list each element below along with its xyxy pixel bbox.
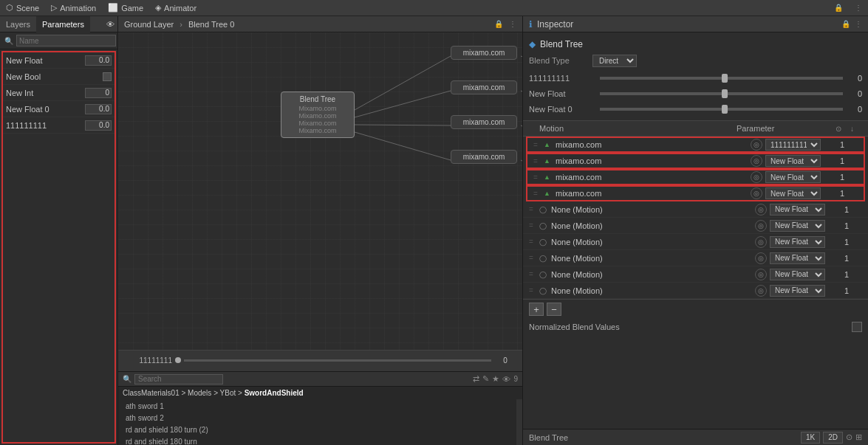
- inspector-header: ℹ Inspector 🔒 ⋮: [523, 16, 868, 32]
- svg-line-0: [355, 56, 451, 110]
- breadcrumb-blend-tree[interactable]: Blend Tree 0: [188, 20, 234, 29]
- mixamo-label-3: mixamo.com: [456, 153, 512, 161]
- breadcrumb-ground-layer[interactable]: Ground Layer: [124, 20, 174, 29]
- bottom-search-input[interactable]: [134, 374, 223, 384]
- param-item-2[interactable]: New Int: [3, 85, 115, 101]
- add-motion-button[interactable]: +: [529, 303, 544, 316]
- bottom-icon-1[interactable]: ⇄: [473, 374, 479, 384]
- inspector-lock-icon: 🔒: [841, 20, 850, 28]
- inspector-more-icon[interactable]: ⋮: [855, 20, 862, 28]
- bottom-scrollbar[interactable]: [516, 399, 522, 445]
- param-dropdown-3[interactable]: New Float: [765, 187, 821, 199]
- motion-row-1[interactable]: = ▲ mixamo.com ◎ New Float 1: [526, 153, 865, 169]
- bottom-icon-3[interactable]: ★: [492, 374, 499, 384]
- bottom-icon-2[interactable]: ✎: [482, 374, 489, 384]
- param-search-input[interactable]: [16, 35, 116, 46]
- more-icon[interactable]: ⋮: [855, 4, 862, 12]
- motion-row-8[interactable]: = ◯ None (Motion) ◎ New Float 1: [523, 266, 868, 283]
- motion-target-2[interactable]: ◎: [751, 171, 762, 183]
- remove-motion-button[interactable]: −: [547, 303, 561, 316]
- param-item-4[interactable]: 111111111: [3, 117, 115, 134]
- motion-row-0[interactable]: = ▲ mixamo.com ◎ 111111111 1: [526, 137, 865, 153]
- drag-handle-0: =: [533, 141, 541, 149]
- motion-target-0[interactable]: ◎: [751, 139, 762, 151]
- insp-bottom-icon-2[interactable]: ⊞: [855, 432, 862, 442]
- motion-target-4[interactable]: ◎: [755, 204, 767, 215]
- animation-tab[interactable]: ▷ Animation: [51, 3, 96, 13]
- motion-row-5[interactable]: = ◯ None (Motion) ◎ New Float 1: [523, 218, 868, 234]
- canvas-slider-label-0: 11111111: [124, 356, 172, 365]
- param-dropdown-1[interactable]: New Float: [765, 155, 821, 167]
- scene-tab[interactable]: ⬡ Scene: [6, 3, 39, 13]
- blend-type-row: Blend Type Direct: [523, 53, 868, 68]
- insp-slider-track-0[interactable]: [600, 77, 843, 80]
- motion-target-5[interactable]: ◎: [755, 220, 767, 232]
- param-col-header: Parameter: [737, 124, 833, 133]
- motion-target-3[interactable]: ◎: [751, 187, 762, 199]
- motion-row-3[interactable]: = ▲ mixamo.com ◎ New Float 1: [526, 185, 865, 201]
- param-dropdown-0[interactable]: 111111111: [765, 139, 821, 151]
- motion-target-7[interactable]: ◎: [755, 252, 767, 264]
- param-dropdown-8[interactable]: New Float: [770, 269, 825, 280]
- motion-row-7[interactable]: = ◯ None (Motion) ◎ New Float 1: [523, 250, 868, 266]
- bottom-list-item-2[interactable]: rd and shield 180 turn (2): [123, 424, 512, 436]
- param-value-3[interactable]: [85, 104, 112, 114]
- bottom-search-icon: 🔍: [123, 375, 131, 383]
- motion-row-4[interactable]: = ◯ None (Motion) ◎ New Float 1: [523, 201, 868, 218]
- param-value-2[interactable]: [85, 88, 112, 98]
- main-blend-tree-node[interactable]: Blend Tree Mixamo.com Mixamo.com Mixamo.…: [281, 92, 355, 138]
- bottom-icon-4[interactable]: 👁: [502, 375, 510, 384]
- tab-layers[interactable]: Layers: [0, 16, 36, 32]
- param-dropdown-6[interactable]: New Float: [770, 236, 825, 248]
- param-item-3[interactable]: New Float 0: [3, 101, 115, 117]
- motion-target-6[interactable]: ◎: [755, 236, 767, 248]
- mixamo-node-0[interactable]: mixamo.com: [451, 46, 517, 60]
- eye-icon: 👁: [106, 20, 115, 29]
- insp-tab-2d[interactable]: 2D: [823, 432, 843, 444]
- param-item-1[interactable]: New Bool: [3, 69, 115, 85]
- motion-row-9[interactable]: = ◯ None (Motion) ◎ New Float 1: [523, 283, 868, 299]
- tab-parameters[interactable]: Parameters: [36, 16, 90, 32]
- param-item-0[interactable]: New Float: [3, 52, 115, 69]
- bottom-list-item-3[interactable]: rd and shield 180 turn: [123, 436, 512, 445]
- insp-slider-value-2: 0: [847, 105, 862, 114]
- motion-target-1[interactable]: ◎: [751, 155, 762, 167]
- motion-target-9[interactable]: ◎: [755, 285, 767, 297]
- blend-type-select[interactable]: Direct: [592, 55, 637, 67]
- breadcrumb-2[interactable]: YBot: [220, 389, 236, 397]
- canvas-slider-track-0[interactable]: [184, 359, 491, 362]
- animator-tab[interactable]: ◈ Animator: [155, 3, 197, 13]
- param-checkbox-1[interactable]: [103, 72, 112, 81]
- bottom-list-item-0[interactable]: ath sword 1: [123, 401, 512, 413]
- motion-val-8: 1: [834, 270, 849, 279]
- breadcrumb-0[interactable]: ClassMaterials01: [123, 389, 180, 397]
- param-dropdown-9[interactable]: New Float: [770, 285, 825, 297]
- motion-row-2[interactable]: = ▲ mixamo.com ◎ New Float 1: [526, 169, 865, 185]
- insp-slider-track-1[interactable]: [600, 92, 843, 95]
- param-dropdown-2[interactable]: New Float: [765, 171, 821, 183]
- breadcrumb-3[interactable]: SwordAndShield: [245, 389, 304, 397]
- more-icon-center[interactable]: ⋮: [509, 20, 516, 28]
- drag-handle-3: =: [533, 190, 541, 198]
- conn-label-2: Mixamo.com: [287, 120, 348, 127]
- insp-slider-track-2[interactable]: [600, 108, 843, 111]
- insp-tab-1k[interactable]: 1K: [801, 432, 820, 444]
- motion-row-6[interactable]: = ◯ None (Motion) ◎ New Float 1: [523, 234, 868, 250]
- param-value-0[interactable]: [85, 55, 112, 66]
- normalized-checkbox[interactable]: [852, 322, 862, 332]
- param-search-icon: 🔍: [4, 37, 13, 45]
- param-dropdown-7[interactable]: New Float: [770, 252, 825, 264]
- mixamo-node-1[interactable]: mixamo.com: [451, 80, 517, 94]
- motion-target-8[interactable]: ◎: [755, 269, 767, 280]
- scene-icon: ⬡: [6, 3, 13, 13]
- mixamo-node-3[interactable]: mixamo.com: [451, 150, 517, 164]
- bottom-list-item-1[interactable]: ath sword 2: [123, 413, 512, 424]
- canvas-grid[interactable]: Blend Tree Mixamo.com Mixamo.com Mixamo.…: [118, 32, 522, 371]
- game-tab[interactable]: ⬜ Game: [108, 3, 143, 13]
- param-dropdown-4[interactable]: New Float: [770, 204, 825, 215]
- insp-bottom-icon-1[interactable]: ⊙: [846, 432, 852, 442]
- param-value-4[interactable]: [85, 120, 112, 131]
- param-dropdown-5[interactable]: New Float: [770, 220, 825, 232]
- mixamo-node-2[interactable]: mixamo.com: [451, 115, 517, 129]
- breadcrumb-1[interactable]: Models: [188, 389, 211, 397]
